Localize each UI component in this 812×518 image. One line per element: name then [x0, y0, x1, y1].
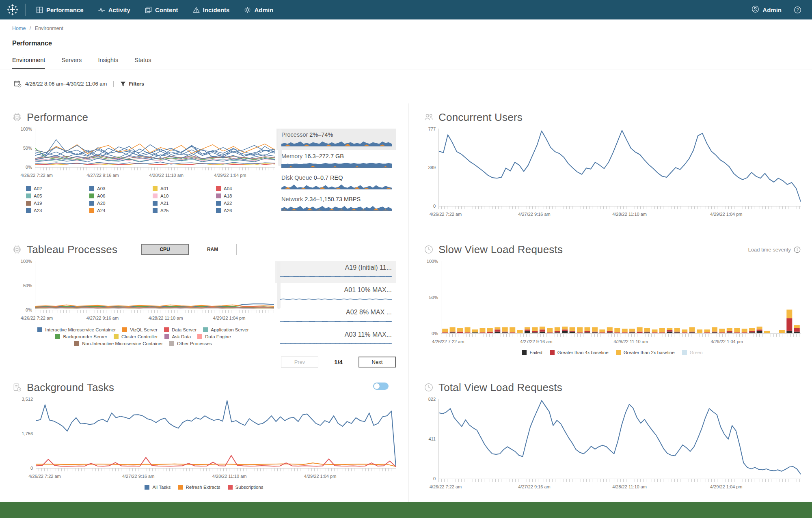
chart-zoom-scrollbar[interactable] [277, 262, 281, 309]
legend-item[interactable]: Cluster Controller [114, 334, 158, 339]
metric-row-processor[interactable]: Processor 2%–74% [276, 129, 396, 150]
tab-insights[interactable]: Insights [98, 57, 118, 69]
page-indicator: 1/4 [334, 359, 343, 365]
legend-item[interactable]: A03 [89, 186, 153, 191]
legend-item[interactable]: A18 [216, 193, 279, 198]
legend-item[interactable]: Failed [522, 350, 542, 355]
legend-item[interactable]: A25 [153, 208, 216, 213]
legend-item[interactable]: A23 [26, 208, 89, 213]
right-column: Concurrent Users 7773890 4/26/22 7:22 am… [408, 103, 812, 502]
x-axis-labels: 4/26/22 7:22 am4/27/22 9:16 am4/28/22 11… [35, 173, 275, 179]
legend-item[interactable]: A24 [89, 208, 153, 213]
legend-item[interactable]: A19 [26, 201, 89, 206]
legend-item[interactable]: A04 [216, 186, 279, 191]
y-axis-labels: 3,5121,7560 [12, 399, 36, 469]
metric-sparkline [281, 161, 392, 168]
legend-item[interactable]: Interactive Microservice Container [37, 327, 116, 332]
user-menu[interactable]: Admin [752, 5, 782, 14]
x-axis-labels: 4/26/22 7:22 am4/27/22 9:16 am4/28/22 11… [441, 339, 801, 345]
y-axis-labels: 100%50%0% [424, 261, 441, 334]
slow-view-load-requests-chart[interactable] [441, 261, 801, 334]
legend-item[interactable]: A06 [89, 193, 153, 198]
nav-item-incidents[interactable]: Incidents [193, 6, 230, 13]
cpu-button[interactable]: CPU [141, 244, 189, 255]
load-time-severity-label: Load time severity [748, 247, 791, 253]
legend-item[interactable]: A01 [153, 186, 216, 191]
legend-item[interactable]: Greater than 2x baseline [616, 350, 675, 355]
legend-item[interactable]: Subscriptions [228, 485, 263, 490]
legend-item[interactable]: A26 [216, 208, 279, 213]
legend-item[interactable]: Application Server [203, 327, 248, 332]
legend-item[interactable]: Greater than 4x baseline [550, 350, 609, 355]
x-axis-ticks [441, 334, 801, 337]
tab-environment[interactable]: Environment [12, 57, 45, 69]
x-axis-ticks [35, 168, 275, 170]
performance-legend: A02A03A01A04A05A06A10A18A19A20A21A22A23A… [26, 186, 275, 213]
legend-item[interactable]: Backgrounder Server [55, 334, 107, 339]
svg-text:?: ? [797, 7, 799, 12]
legend-item[interactable]: A05 [26, 193, 89, 198]
chip-icon [12, 245, 22, 254]
nav-item-performance[interactable]: Performance [36, 6, 84, 13]
legend-item[interactable]: A22 [216, 201, 279, 206]
legend-item[interactable]: Other Processes [169, 341, 212, 346]
metric-row-disk-queue[interactable]: Disk Queue 0–0.7 REQ [276, 172, 396, 193]
y-axis-labels: 8224110 [424, 399, 438, 479]
legend-item[interactable]: A02 [26, 186, 89, 191]
prev-button[interactable]: Prev [281, 357, 318, 368]
nav-item-admin[interactable]: Admin [244, 6, 273, 13]
section-title: Slow View Load Requests [438, 243, 563, 256]
nav-item-activity[interactable]: Activity [98, 6, 130, 13]
info-icon[interactable] [794, 246, 801, 253]
ram-button[interactable]: RAM [189, 244, 237, 255]
tab-servers[interactable]: Servers [61, 57, 82, 69]
legend-item[interactable]: Ask Data [164, 334, 191, 339]
metric-row-network[interactable]: Network 2.34–1,150.73 MBPS [276, 193, 396, 215]
legend-item[interactable]: A20 [89, 201, 153, 206]
legend-item[interactable]: Data Server [164, 327, 197, 332]
date-range[interactable]: 4/26/22 8:06 am–4/30/22 11:06 am [25, 81, 107, 87]
help-icon[interactable]: ? [794, 6, 801, 14]
navbar-divider [25, 4, 26, 16]
nav-item-content[interactable]: Content [145, 6, 178, 13]
metric-sparkline [281, 204, 392, 211]
legend-item[interactable]: VizQL Server [122, 327, 158, 332]
total-view-load-requests-chart[interactable] [438, 399, 801, 479]
next-button[interactable]: Next [358, 357, 396, 368]
concurrent-users-chart[interactable] [438, 129, 801, 206]
metric-sparkline [281, 183, 392, 189]
process-spark-row[interactable]: A01 10% MAX... [275, 283, 396, 305]
legend-item[interactable]: Refresh Extracts [178, 485, 220, 490]
y-axis-labels: 100%50%0% [12, 261, 35, 310]
metric-row-memory[interactable]: Memory 16.3–272.7 GB [276, 150, 396, 172]
legend-item[interactable]: All Tasks [145, 485, 171, 490]
section-background-tasks: Background Tasks 3,5121,7560 4/26/22 7:2… [12, 379, 396, 490]
x-axis-labels: 4/26/22 7:22 am4/27/22 9:16 am4/28/22 11… [36, 474, 396, 480]
x-axis-ticks [438, 479, 801, 482]
process-spark-row[interactable]: A03 11% MAX... [275, 328, 396, 350]
x-axis-labels: 4/26/22 7:22 am4/27/22 9:16 am4/28/22 11… [438, 484, 801, 490]
process-sparkline [280, 296, 392, 301]
process-sparkline [280, 318, 392, 324]
legend-item[interactable]: A10 [153, 193, 216, 198]
background-tasks-toggle[interactable] [373, 383, 389, 390]
process-spark-row[interactable]: A19 (Initial) 11... [275, 261, 396, 283]
user-menu-label: Admin [762, 6, 782, 13]
tab-status[interactable]: Status [134, 57, 151, 69]
x-axis-ticks [438, 206, 801, 209]
process-spark-row[interactable]: A02 8% MAX ... [275, 305, 396, 328]
filters-button[interactable]: Filters [120, 81, 144, 87]
top-navbar: PerformanceActivityContentIncidentsAdmin… [0, 0, 812, 19]
legend-item[interactable]: Green [682, 350, 703, 355]
background-tasks-chart[interactable] [36, 399, 396, 469]
performance-chart[interactable] [35, 129, 275, 168]
legend-item[interactable]: A21 [153, 201, 216, 206]
tableau-logo-icon[interactable] [0, 4, 25, 16]
breadcrumb-home-link[interactable]: Home [12, 26, 26, 31]
legend-item[interactable]: Data Engine [197, 334, 231, 339]
legend-item[interactable]: Non-Interactive Microservice Container [74, 341, 163, 346]
tableau-processes-chart[interactable] [35, 261, 274, 310]
tasks-icon [12, 383, 22, 392]
section-concurrent-users: Concurrent Users 7773890 4/26/22 7:22 am… [424, 109, 801, 218]
section-total-view-load-requests: Total View Load Requests 8224110 4/26/22… [424, 379, 801, 490]
